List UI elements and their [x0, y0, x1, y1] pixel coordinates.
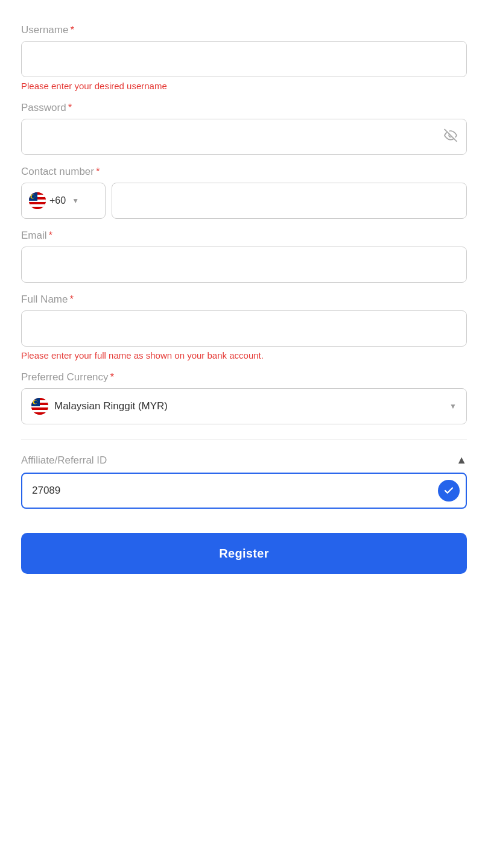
username-error: Please enter your desired username: [21, 81, 467, 91]
svg-rect-6: [29, 202, 46, 204]
contact-group: Contact number* +60: [21, 166, 467, 219]
currency-left: Malaysian Ringgit (MYR): [31, 398, 168, 415]
password-label: Password*: [21, 102, 467, 114]
affiliate-input-wrapper: [21, 473, 467, 509]
svg-point-23: [34, 400, 37, 404]
country-code-selector[interactable]: +60 ▼: [21, 183, 106, 219]
svg-rect-18: [31, 407, 48, 410]
currency-selected-text: Malaysian Ringgit (MYR): [54, 400, 168, 412]
full-name-error: Please enter your full name as shown on …: [21, 350, 467, 360]
currency-label: Preferred Currency*: [21, 371, 467, 383]
country-code-text: +60: [49, 195, 66, 206]
password-required: *: [68, 102, 72, 113]
currency-required: *: [110, 371, 115, 383]
svg-rect-8: [29, 207, 46, 209]
svg-rect-19: [31, 410, 48, 412]
phone-number-input[interactable]: [112, 183, 467, 219]
verified-badge-icon: [438, 480, 460, 502]
currency-selector[interactable]: Malaysian Ringgit (MYR) ▼: [21, 388, 467, 424]
email-required: *: [49, 230, 53, 241]
username-label: Username*: [21, 24, 467, 36]
affiliate-label: Affiliate/Referral ID: [21, 454, 107, 467]
username-required: *: [70, 24, 74, 36]
username-group: Username* Please enter your desired user…: [21, 24, 467, 91]
currency-group: Preferred Currency*: [21, 371, 467, 424]
malaysia-flag-icon: [29, 192, 46, 209]
register-button[interactable]: Register: [21, 533, 467, 574]
contact-required: *: [96, 166, 100, 177]
svg-rect-20: [31, 412, 48, 415]
full-name-label: Full Name*: [21, 294, 467, 306]
password-group: Password*: [21, 102, 467, 155]
full-name-group: Full Name* Please enter your full name a…: [21, 294, 467, 360]
contact-row: +60 ▼: [21, 183, 467, 219]
currency-flag-icon: [31, 398, 48, 415]
email-label: Email*: [21, 230, 467, 242]
contact-label: Contact number*: [21, 166, 467, 178]
svg-rect-7: [29, 204, 46, 207]
affiliate-chevron-icon[interactable]: ▲: [456, 454, 467, 467]
affiliate-header: Affiliate/Referral ID ▲: [21, 454, 467, 467]
currency-chevron-icon: ▼: [449, 402, 457, 410]
affiliate-section: Affiliate/Referral ID ▲: [21, 454, 467, 509]
email-input[interactable]: [21, 247, 467, 283]
email-group: Email*: [21, 230, 467, 283]
affiliate-input[interactable]: [21, 473, 467, 509]
password-wrapper: [21, 119, 467, 155]
section-divider: [21, 439, 467, 439]
svg-point-11: [31, 195, 35, 198]
password-input[interactable]: [21, 119, 467, 155]
country-chevron-icon: ▼: [72, 197, 79, 205]
full-name-required: *: [69, 294, 74, 305]
username-input[interactable]: [21, 41, 467, 77]
full-name-input[interactable]: [21, 310, 467, 347]
toggle-password-icon[interactable]: [444, 129, 457, 145]
